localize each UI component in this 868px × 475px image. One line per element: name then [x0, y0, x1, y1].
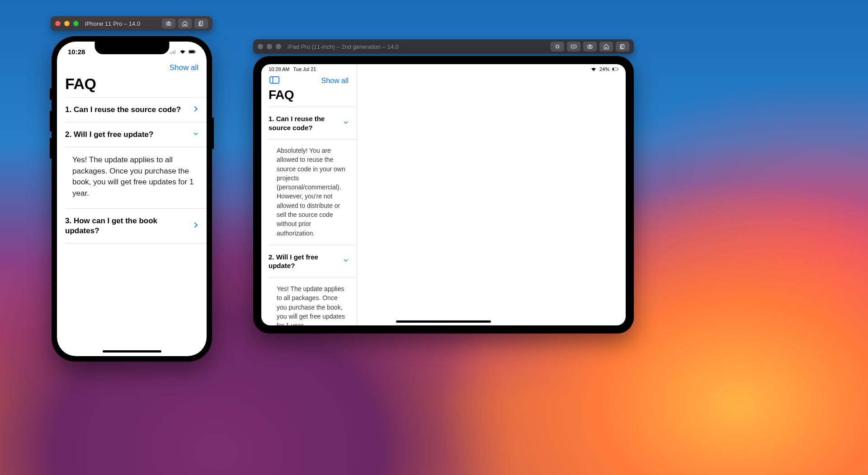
- mute-switch: [50, 88, 52, 100]
- svg-rect-15: [621, 44, 624, 49]
- svg-rect-6: [173, 51, 174, 54]
- svg-rect-12: [571, 45, 576, 48]
- wifi-icon: [590, 67, 597, 71]
- show-all-button[interactable]: Show all: [321, 77, 349, 85]
- faq-question: 2. Will I get free update?: [65, 130, 188, 140]
- sidebar-toggle-icon[interactable]: [269, 76, 279, 86]
- status-time: 10:28 AM: [269, 66, 289, 72]
- svg-point-11: [556, 45, 559, 48]
- faq-answer: Yes! The update applies to all packages.…: [269, 278, 357, 325]
- cellular-icon: [170, 49, 177, 54]
- faq-list: 1. Can I reuse the source code? Absolute…: [269, 107, 357, 325]
- svg-point-14: [589, 46, 591, 48]
- faq-answer: Yes! The update applies to all packages.…: [65, 147, 207, 209]
- home-indicator[interactable]: [396, 320, 491, 323]
- chevron-right-icon: [193, 105, 198, 114]
- battery-percent: 24%: [599, 66, 609, 72]
- nav-bar: Show all: [261, 74, 357, 87]
- traffic-lights[interactable]: [55, 21, 79, 26]
- svg-rect-3: [199, 22, 201, 26]
- status-date: Tue Jul 21: [293, 66, 316, 72]
- svg-rect-20: [270, 77, 279, 84]
- volume-up-button: [50, 111, 52, 132]
- chevron-down-icon: [193, 130, 198, 139]
- keyboard-button[interactable]: [567, 42, 580, 52]
- svg-rect-2: [200, 21, 203, 26]
- ipad-sidebar: Show all FAQ 1. Can I reuse the source c…: [261, 64, 357, 325]
- chevron-down-icon: [343, 257, 349, 266]
- faq-row-1[interactable]: 1. Can I reuse the source code?: [65, 98, 207, 122]
- home-button[interactable]: [599, 42, 613, 52]
- home-indicator[interactable]: [103, 350, 161, 353]
- battery-icon: [612, 67, 618, 71]
- screenshot-button[interactable]: [583, 42, 597, 52]
- minimize-icon[interactable]: [64, 21, 70, 26]
- ipad-detail-pane: [357, 64, 626, 325]
- ipad-screen: 10:28 AM Tue Jul 21 24% Show all FAQ 1. …: [261, 64, 626, 325]
- chevron-down-icon: [343, 119, 349, 128]
- rotate-button[interactable]: [194, 19, 208, 28]
- faq-question: 1. Can I reuse the source code?: [269, 114, 338, 132]
- svg-rect-18: [613, 68, 614, 70]
- power-button: [212, 118, 214, 149]
- zoom-icon[interactable]: [276, 44, 281, 49]
- iphone-screen: 10:28 Show all FAQ 1. Can I reuse the so…: [57, 42, 207, 356]
- svg-rect-16: [620, 45, 622, 49]
- svg-rect-19: [618, 69, 618, 70]
- svg-rect-4: [170, 52, 171, 54]
- rotate-button[interactable]: [616, 42, 629, 52]
- iphone-sim-titlebar[interactable]: iPhone 11 Pro – 14.0: [51, 16, 212, 31]
- iphone-device-frame: 10:28 Show all FAQ 1. Can I reuse the so…: [52, 36, 212, 362]
- minimize-icon[interactable]: [267, 44, 272, 49]
- faq-answer: Absolutely! You are allowed to reuse the…: [269, 140, 357, 245]
- volume-down-button: [50, 138, 52, 159]
- screenshot-button[interactable]: [162, 19, 175, 28]
- zoom-icon[interactable]: [73, 21, 79, 26]
- close-icon[interactable]: [258, 44, 263, 49]
- traffic-lights[interactable]: [258, 44, 281, 49]
- faq-row-2[interactable]: 2. Will I get free update?: [65, 122, 207, 147]
- svg-rect-9: [189, 50, 194, 52]
- close-icon[interactable]: [55, 21, 61, 26]
- faq-question: 2. Will I get free update?: [269, 253, 338, 270]
- faq-row-3[interactable]: 3. How can I get the book updates?: [65, 209, 207, 244]
- ipad-device-frame: 10:28 AM Tue Jul 21 24% Show all FAQ 1. …: [253, 56, 634, 334]
- home-button[interactable]: [178, 19, 192, 28]
- faq-row-1[interactable]: 1. Can I reuse the source code?: [269, 107, 357, 140]
- appearance-button[interactable]: [551, 42, 564, 52]
- status-right: [170, 49, 196, 54]
- faq-list: 1. Can I reuse the source code? 2. Will …: [65, 97, 207, 244]
- svg-point-1: [168, 23, 170, 25]
- svg-rect-10: [195, 51, 195, 52]
- faq-question: 3. How can I get the book updates?: [65, 216, 188, 236]
- svg-rect-7: [175, 50, 176, 54]
- wifi-icon: [179, 49, 186, 54]
- show-all-button[interactable]: Show all: [170, 63, 198, 72]
- nav-bar: Show all: [57, 61, 207, 73]
- sim-title: iPad Pro (11-inch) – 2nd generation – 14…: [288, 43, 399, 50]
- page-title: FAQ: [261, 87, 357, 107]
- status-time: 10:28: [68, 48, 85, 56]
- battery-icon: [189, 49, 196, 54]
- ipad-sim-titlebar[interactable]: iPad Pro (11-inch) – 2nd generation – 14…: [253, 39, 634, 54]
- faq-row-2[interactable]: 2. Will I get free update?: [269, 245, 357, 278]
- faq-question: 1. Can I reuse the source code?: [65, 105, 188, 115]
- svg-rect-5: [171, 52, 173, 54]
- chevron-right-icon: [193, 221, 198, 230]
- page-title: FAQ: [57, 73, 207, 97]
- notch: [94, 42, 169, 54]
- sim-title: iPhone 11 Pro – 14.0: [85, 20, 140, 27]
- status-bar: 10:28 AM Tue Jul 21 24%: [261, 64, 626, 74]
